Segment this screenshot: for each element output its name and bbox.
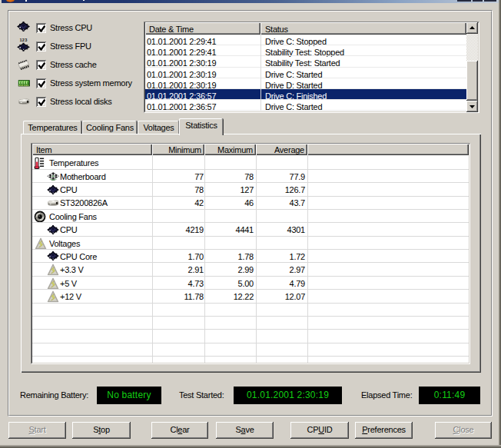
svg-text:123: 123 (19, 38, 27, 42)
